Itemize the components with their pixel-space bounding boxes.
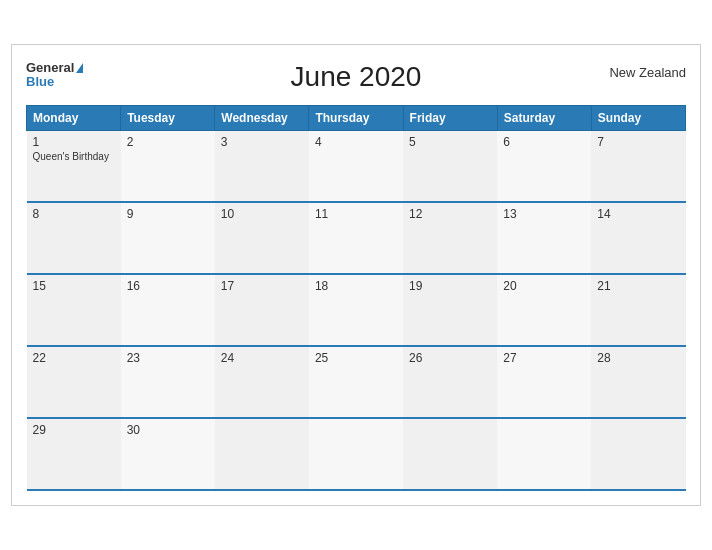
calendar-day-cell: 3 xyxy=(215,130,309,202)
calendar-day-cell: 2 xyxy=(121,130,215,202)
calendar-day-cell: 8 xyxy=(27,202,121,274)
brand-blue-text: Blue xyxy=(26,75,54,89)
calendar-day-cell: 11 xyxy=(309,202,403,274)
calendar-body: 1Queen's Birthday23456789101112131415161… xyxy=(27,130,686,490)
day-number: 27 xyxy=(503,351,585,365)
day-number: 3 xyxy=(221,135,303,149)
calendar-header: General Blue June 2020 New Zealand xyxy=(26,61,686,93)
country-label: New Zealand xyxy=(609,65,686,80)
day-number: 6 xyxy=(503,135,585,149)
calendar-grid: Monday Tuesday Wednesday Thursday Friday… xyxy=(26,105,686,492)
calendar-day-cell: 15 xyxy=(27,274,121,346)
calendar-container: General Blue June 2020 New Zealand Monda… xyxy=(11,44,701,507)
day-number: 19 xyxy=(409,279,491,293)
calendar-day-cell: 10 xyxy=(215,202,309,274)
header-wednesday: Wednesday xyxy=(215,105,309,130)
day-number: 5 xyxy=(409,135,491,149)
day-number: 21 xyxy=(597,279,679,293)
calendar-week-row: 1Queen's Birthday234567 xyxy=(27,130,686,202)
calendar-day-cell: 19 xyxy=(403,274,497,346)
calendar-day-cell: 4 xyxy=(309,130,403,202)
header-tuesday: Tuesday xyxy=(121,105,215,130)
calendar-day-cell xyxy=(497,418,591,490)
day-number: 13 xyxy=(503,207,585,221)
day-number: 18 xyxy=(315,279,397,293)
brand-triangle-icon xyxy=(76,63,83,73)
day-number: 26 xyxy=(409,351,491,365)
calendar-day-cell: 14 xyxy=(591,202,685,274)
day-number: 25 xyxy=(315,351,397,365)
header-friday: Friday xyxy=(403,105,497,130)
day-number: 7 xyxy=(597,135,679,149)
calendar-day-cell: 9 xyxy=(121,202,215,274)
day-number: 4 xyxy=(315,135,397,149)
day-number: 1 xyxy=(33,135,115,149)
day-number: 8 xyxy=(33,207,115,221)
calendar-day-cell: 22 xyxy=(27,346,121,418)
calendar-day-cell: 28 xyxy=(591,346,685,418)
day-event-label: Queen's Birthday xyxy=(33,151,115,162)
day-number: 14 xyxy=(597,207,679,221)
header-thursday: Thursday xyxy=(309,105,403,130)
calendar-day-cell: 12 xyxy=(403,202,497,274)
day-number: 22 xyxy=(33,351,115,365)
brand-logo: General Blue xyxy=(26,61,83,90)
day-number: 9 xyxy=(127,207,209,221)
day-number: 30 xyxy=(127,423,209,437)
day-number: 11 xyxy=(315,207,397,221)
day-number: 16 xyxy=(127,279,209,293)
day-number: 20 xyxy=(503,279,585,293)
calendar-day-cell: 27 xyxy=(497,346,591,418)
calendar-day-cell: 18 xyxy=(309,274,403,346)
day-number: 12 xyxy=(409,207,491,221)
day-number: 17 xyxy=(221,279,303,293)
day-number: 23 xyxy=(127,351,209,365)
calendar-day-cell: 25 xyxy=(309,346,403,418)
calendar-day-cell: 26 xyxy=(403,346,497,418)
calendar-day-cell: 21 xyxy=(591,274,685,346)
calendar-week-row: 22232425262728 xyxy=(27,346,686,418)
calendar-day-cell: 23 xyxy=(121,346,215,418)
calendar-day-cell: 20 xyxy=(497,274,591,346)
calendar-day-cell: 29 xyxy=(27,418,121,490)
calendar-week-row: 891011121314 xyxy=(27,202,686,274)
header-sunday: Sunday xyxy=(591,105,685,130)
calendar-day-cell: 7 xyxy=(591,130,685,202)
calendar-day-cell: 17 xyxy=(215,274,309,346)
day-number: 15 xyxy=(33,279,115,293)
calendar-day-cell xyxy=(591,418,685,490)
calendar-day-cell: 30 xyxy=(121,418,215,490)
day-number: 24 xyxy=(221,351,303,365)
brand-general-text: General xyxy=(26,61,83,75)
calendar-day-cell: 6 xyxy=(497,130,591,202)
calendar-day-cell: 1Queen's Birthday xyxy=(27,130,121,202)
header-saturday: Saturday xyxy=(497,105,591,130)
header-monday: Monday xyxy=(27,105,121,130)
calendar-day-cell xyxy=(309,418,403,490)
calendar-week-row: 15161718192021 xyxy=(27,274,686,346)
calendar-week-row: 2930 xyxy=(27,418,686,490)
day-number: 2 xyxy=(127,135,209,149)
calendar-day-cell xyxy=(215,418,309,490)
day-number: 10 xyxy=(221,207,303,221)
calendar-day-cell xyxy=(403,418,497,490)
calendar-day-cell: 13 xyxy=(497,202,591,274)
calendar-day-cell: 24 xyxy=(215,346,309,418)
calendar-day-cell: 5 xyxy=(403,130,497,202)
calendar-title: June 2020 xyxy=(26,61,686,93)
day-number: 29 xyxy=(33,423,115,437)
day-number: 28 xyxy=(597,351,679,365)
calendar-day-cell: 16 xyxy=(121,274,215,346)
days-header-row: Monday Tuesday Wednesday Thursday Friday… xyxy=(27,105,686,130)
